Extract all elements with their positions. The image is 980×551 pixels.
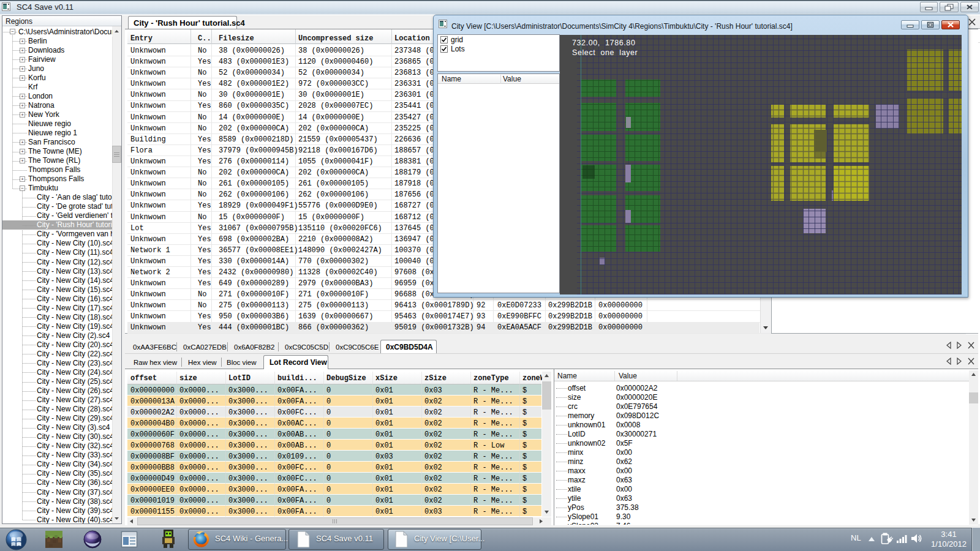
svg-text:732.00, 1786.80: 732.00, 1786.80 — [572, 39, 635, 47]
svg-text:Select one layer: Select one layer — [572, 48, 638, 57]
